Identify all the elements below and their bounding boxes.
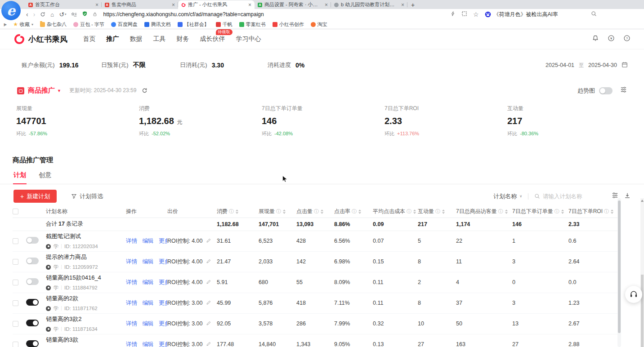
metric-settings-icon[interactable]	[620, 86, 627, 95]
info-icon[interactable]: ⓘ	[604, 209, 609, 214]
campaign-enabled-toggle[interactable]	[26, 278, 39, 285]
new-tab-button[interactable]: +	[407, 0, 418, 9]
info-icon[interactable]: ⓘ	[407, 209, 411, 214]
bookmark-item[interactable]: 零案红书	[239, 21, 266, 28]
table-scrollbar[interactable]	[617, 198, 621, 347]
edit-link[interactable]: 编辑	[142, 341, 153, 347]
dashboard-title[interactable]: 商品推广	[28, 86, 55, 95]
lightning-icon[interactable]	[451, 10, 456, 18]
campaign-enabled-toggle[interactable]	[26, 258, 39, 264]
new-plan-button[interactable]: + 新建计划	[13, 190, 57, 203]
edit-bid-icon[interactable]	[206, 300, 211, 305]
sort-icon[interactable]	[358, 209, 361, 214]
edit-link[interactable]: 编辑	[142, 320, 153, 327]
screenshot-icon[interactable]	[461, 10, 467, 18]
edit-link[interactable]: 编辑	[142, 300, 153, 306]
bookmark-item[interactable]: 千帆	[216, 21, 233, 28]
table-scrollbar-thumb[interactable]	[618, 200, 621, 333]
edit-bid-icon[interactable]	[206, 259, 211, 264]
campaign-enabled-toggle[interactable]	[26, 299, 39, 306]
row-checkbox[interactable]	[13, 342, 18, 347]
edit-link[interactable]: 编辑	[142, 279, 153, 285]
edit-bid-icon[interactable]	[206, 238, 211, 243]
info-icon[interactable]: ⓘ	[276, 209, 281, 214]
undo-icon[interactable]: ↺▾	[59, 11, 66, 18]
detail-link[interactable]: 详情	[126, 279, 137, 285]
sort-icon[interactable]	[505, 209, 508, 214]
sort-icon[interactable]	[413, 209, 416, 214]
nav-item[interactable]: 首页	[83, 33, 96, 45]
tab-close-icon[interactable]: ×	[248, 2, 251, 8]
nav-item[interactable]: 学习中心	[236, 33, 261, 45]
browser-tab-chengfeng-active[interactable]: 推广 - 小红书乘风 ×	[178, 0, 255, 9]
page-scrollbar[interactable]	[640, 198, 644, 347]
bookmark-item[interactable]: 百度网盘	[111, 21, 138, 28]
tab-close-icon[interactable]: ×	[325, 2, 328, 8]
more-link[interactable]: 更多	[159, 341, 167, 347]
browser-logo[interactable]: e	[1, 1, 21, 20]
chevron-down-icon[interactable]: ▼	[57, 89, 61, 93]
row-checkbox[interactable]	[13, 280, 18, 285]
campaign-enabled-toggle[interactable]	[26, 237, 39, 244]
info-icon[interactable]: ⓘ	[229, 209, 234, 214]
edit-bid-icon[interactable]	[206, 321, 211, 326]
info-icon[interactable]: ⓘ	[435, 209, 440, 214]
date-range-picker[interactable]: 2025-04-01 至 2025-04-30	[546, 62, 628, 69]
browser-tab-products[interactable]: A 售卖中商品 ×	[102, 0, 178, 9]
refresh-data-icon[interactable]	[142, 88, 148, 93]
edit-bid-icon[interactable]	[206, 280, 211, 285]
favorites-list-icon[interactable]	[71, 12, 77, 18]
info-icon[interactable]: ⓘ	[555, 209, 559, 214]
info-icon[interactable]: ⓘ	[352, 209, 357, 214]
tab-close-icon[interactable]: ×	[401, 2, 404, 8]
search-icon[interactable]	[591, 10, 597, 18]
campaign-name[interactable]: 提示的潜力商品	[46, 253, 126, 261]
browser-tab-workbench[interactable]: A 首页工作台 ×	[25, 0, 102, 9]
more-link[interactable]: 更多	[159, 320, 167, 327]
edit-link[interactable]: 编辑	[142, 258, 153, 265]
info-icon[interactable]: ⓘ	[498, 209, 503, 214]
collapse-sidebar-icon[interactable]: |▶	[4, 22, 6, 27]
customer-service-button[interactable]	[625, 286, 642, 303]
campaign-enabled-toggle[interactable]	[26, 320, 39, 326]
sort-icon[interactable]	[283, 209, 286, 214]
info-icon[interactable]: ⓘ	[314, 209, 319, 214]
scroll-up-icon[interactable]	[641, 200, 644, 202]
campaign-name[interactable]: 销量高的3款	[46, 336, 126, 344]
page-scrollbar-thumb[interactable]	[641, 275, 644, 347]
refresh-icon[interactable]	[40, 12, 45, 17]
edit-link[interactable]: 编辑	[142, 238, 153, 244]
nav-item[interactable]: 成长伙伴 待领取	[200, 33, 225, 45]
help-icon[interactable]: ?	[623, 35, 631, 44]
bookmark-item[interactable]: 杂七杂八	[40, 21, 67, 28]
more-link[interactable]: 更多	[159, 258, 167, 265]
sort-icon[interactable]	[236, 209, 238, 214]
detail-link[interactable]: 详情	[126, 258, 137, 265]
manage-tab[interactable]: 计划	[13, 171, 26, 184]
detail-link[interactable]: 详情	[126, 300, 137, 306]
row-checkbox[interactable]	[13, 259, 18, 265]
bookmarks-root[interactable]: ★ 收藏 ▾	[13, 21, 33, 28]
detail-link[interactable]: 详情	[126, 238, 137, 244]
plan-filter-button[interactable]: 计划筛选	[71, 192, 103, 200]
security-shield-icon[interactable]	[82, 10, 88, 18]
bell-icon[interactable]	[592, 35, 599, 44]
search-field-select[interactable]: 计划名称 ∨	[493, 192, 522, 200]
row-checkbox[interactable]	[13, 300, 18, 306]
sort-icon[interactable]	[561, 209, 564, 214]
app-logo[interactable]: 小红书乘风	[13, 33, 68, 45]
balance-icon[interactable]: ¥	[608, 35, 615, 44]
nav-item[interactable]: 工具	[153, 33, 166, 45]
detail-link[interactable]: 详情	[126, 341, 137, 347]
bookmark-item[interactable]: 【社群会】	[178, 21, 209, 28]
tab-close-icon[interactable]: ×	[172, 2, 175, 8]
campaign-name[interactable]: 销量高的15款0416_4	[46, 274, 126, 282]
browser-tab-aqisuo[interactable]: A 商品设置 - 阿奇索 · 小红书自动 ×	[255, 0, 331, 9]
trend-chart-toggle[interactable]	[599, 87, 613, 94]
bookmark-star-icon[interactable]: ☆	[473, 11, 479, 18]
url-text[interactable]: https://chengfeng.xiaohongshu.com/cf/ad/…	[103, 11, 264, 18]
nav-item[interactable]: 数据	[130, 33, 143, 45]
date-end[interactable]: 2025-04-30	[588, 62, 617, 68]
home-icon[interactable]: ⌂	[50, 12, 54, 18]
more-link[interactable]: 更多	[159, 279, 167, 285]
